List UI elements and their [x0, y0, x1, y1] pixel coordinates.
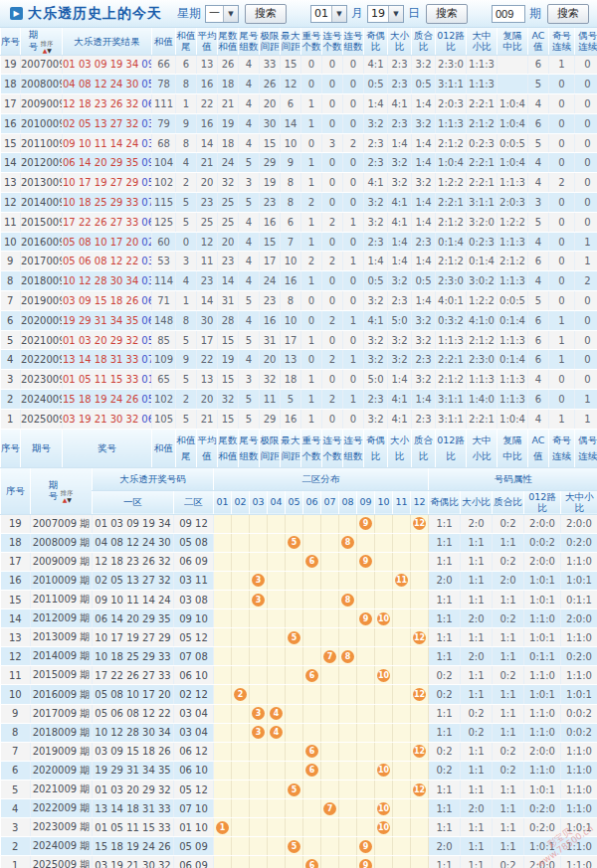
- dist-cell: [339, 723, 357, 742]
- dist-cell: [214, 856, 232, 868]
- dist-cell: [357, 780, 375, 798]
- seq-cell: 15: [1, 133, 21, 153]
- issue-search-button[interactable]: 搜索: [547, 4, 589, 24]
- mid-header-row: 序号期号奖号和值和值 尾平均 值尾数 和值尾号 组数极限 间距最大 间距重号 个…: [1, 430, 597, 468]
- date-search-button[interactable]: 搜索: [426, 4, 468, 24]
- sort-label: 排序: [41, 41, 54, 47]
- back-numbers: 02 12: [141, 237, 151, 248]
- dist-cell: 6: [303, 856, 321, 868]
- dist-cell: [268, 742, 286, 761]
- dist-cell: [393, 818, 411, 837]
- stat-cell: 5:0: [388, 310, 412, 330]
- t1-col-header: 连号 组数: [343, 28, 364, 55]
- issue-cell: 2023009: [21, 370, 63, 390]
- dist-cell: [339, 818, 357, 837]
- dist-cell: [375, 647, 393, 666]
- seq-cell: 3: [1, 818, 31, 837]
- dist-cell: [286, 514, 303, 533]
- dist-cell: 12: [411, 628, 429, 647]
- stat-cell: 5: [239, 193, 260, 213]
- stat-cell: 1:0:4: [498, 153, 528, 173]
- stat-cell: 0: [343, 409, 364, 429]
- stat-cell: 60: [152, 232, 176, 252]
- stat-cell: 23: [260, 291, 281, 311]
- dist-cell: [250, 780, 268, 798]
- dist-cell: [303, 609, 321, 628]
- seq-cell: 8: [1, 271, 21, 291]
- result-cell: 03 09 15 18 2606 12: [63, 291, 152, 311]
- week-search-button[interactable]: 搜索: [245, 4, 287, 24]
- seq-cell: 16: [1, 571, 31, 590]
- stat-cell: 1:0:4: [498, 113, 528, 133]
- dist-cell: [375, 533, 393, 552]
- dist-cell: [250, 799, 268, 818]
- dist-cell: [357, 742, 375, 761]
- dist-cell: [286, 742, 303, 761]
- stat-cell: 2:3: [364, 133, 388, 153]
- stat-cell: 4: [239, 310, 260, 330]
- issue-cell: 2019009: [21, 291, 63, 311]
- result-cell: 06 14 20 29 3509 10: [63, 153, 152, 173]
- back-number-ball: 6: [305, 669, 318, 682]
- back-number-ball: 9: [359, 840, 372, 853]
- dist-cell: [339, 704, 357, 723]
- seq-cell: 2: [1, 390, 21, 410]
- stat-cell: 2:2:1: [467, 173, 498, 193]
- seq-cell: 15: [1, 591, 31, 609]
- issue-header: 期 号: [29, 29, 39, 52]
- dist-cell: 8: [339, 591, 357, 609]
- stat-cell: 0: [301, 310, 322, 330]
- zone2-cell: 09 10: [174, 609, 214, 628]
- ratio-cell: 1:1: [429, 514, 461, 533]
- ratio-cell: 1:1: [429, 591, 461, 609]
- zone1-cell: 06 14 20 29 35: [93, 609, 174, 628]
- seq-cell: 6: [1, 310, 21, 330]
- stat-cell: 0: [343, 271, 364, 291]
- stat-cell: 14: [218, 271, 239, 291]
- dist-cell: [286, 818, 303, 837]
- stat-cell: 2:0:3: [436, 94, 467, 114]
- stat-cell: 3:2: [388, 350, 412, 370]
- dist-cell: [411, 799, 429, 818]
- zone1-cell: 10 12 28 30 34: [93, 723, 174, 742]
- dist-cell: [339, 552, 357, 571]
- seq-cell: 19: [1, 55, 21, 75]
- front-numbers: 10 18 25 29 33: [63, 197, 138, 208]
- dist-cell: [250, 628, 268, 647]
- sort-control[interactable]: 排序▲▼: [40, 41, 54, 54]
- sort-desc-icon[interactable]: ▼: [67, 496, 72, 503]
- front-numbers: 17 22 26 27 33: [63, 217, 138, 228]
- zone1-cell: 10 17 19 27 29: [93, 628, 174, 647]
- month-select[interactable]: 01 ▼: [310, 5, 347, 23]
- zone2-cell: 05 08: [174, 533, 214, 552]
- issue-input[interactable]: [492, 5, 525, 23]
- ratio-cell: 1:1:0: [561, 628, 597, 647]
- week-select[interactable]: 一 ▼: [205, 5, 239, 23]
- dist-cell: [339, 856, 357, 868]
- issue-cell: 2017009 期: [31, 704, 93, 723]
- dist-cell: 12: [411, 514, 429, 533]
- ratio-cell: 1:1: [429, 609, 461, 628]
- issue-cell: 2016009 期: [31, 685, 93, 704]
- stat-cell: 66: [152, 55, 176, 75]
- dist-cell: 9: [357, 552, 375, 571]
- sort-control[interactable]: 排序▲▼: [60, 490, 74, 503]
- stat-cell: 3:2: [388, 330, 412, 350]
- dist-cell: [232, 628, 250, 647]
- lottery-history-page: ▶ 大乐透历史上的今天 星期 一 ▼ 搜索 01 ▼ 月 19 ▼ 日 搜索 期: [0, 0, 597, 868]
- stat-cell: 18: [218, 133, 239, 153]
- t1-col-header: 极限 间距: [260, 28, 281, 55]
- stat-cell: 2:1:2: [467, 330, 498, 350]
- zone1-cell: 05 08 10 17 20: [93, 685, 174, 704]
- dist-cell: [375, 704, 393, 723]
- stat-cell: 0:1:4: [436, 232, 467, 252]
- ratio-cell: 1:1:0: [524, 723, 561, 742]
- ratio-cell: 1:1: [461, 742, 493, 761]
- seq-cell: 7: [1, 291, 21, 311]
- zone2-cell: 07 10: [174, 799, 214, 818]
- stat-cell: 1: [301, 370, 322, 390]
- dist-cell: [393, 856, 411, 868]
- day-select[interactable]: 19 ▼: [367, 5, 404, 23]
- dist-cell: 12: [411, 685, 429, 704]
- result-cell: 04 08 12 24 3005 08: [63, 75, 152, 94]
